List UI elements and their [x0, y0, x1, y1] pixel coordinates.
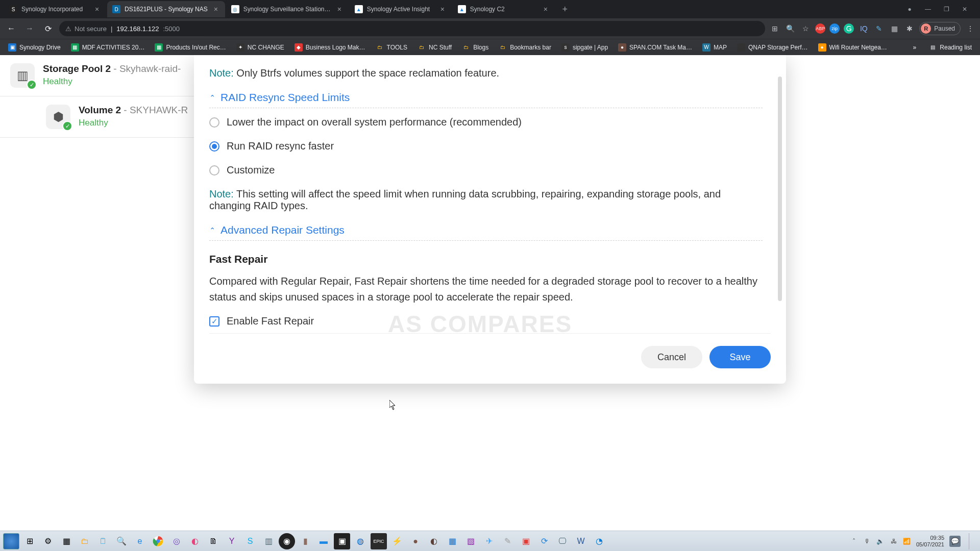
app-icon-10[interactable]: ▦: [444, 533, 460, 549]
reload-button[interactable]: ⟳: [41, 21, 55, 36]
bookmark-business-logo[interactable]: ◆Business Logo Mak…: [290, 41, 370, 54]
tab-synology-inc[interactable]: S Synology Incorporated ×: [4, 1, 106, 17]
document-icon[interactable]: 🗎: [205, 533, 222, 549]
yahoo-icon[interactable]: Y: [224, 533, 240, 549]
extension-zip-icon[interactable]: zip: [829, 23, 840, 34]
new-tab-button[interactable]: +: [558, 2, 572, 16]
bookmark-star-icon[interactable]: ☆: [800, 23, 811, 34]
file-explorer-icon[interactable]: 🗀: [77, 533, 93, 549]
extension-iq-icon[interactable]: IQ: [858, 23, 869, 34]
maximize-button[interactable]: ❐: [941, 6, 951, 13]
account-dot-icon[interactable]: ●: [904, 6, 915, 13]
volume-icon[interactable]: 🔈: [876, 537, 885, 545]
calculator-icon[interactable]: ▦: [58, 533, 75, 549]
extensions-puzzle-icon[interactable]: ✱: [904, 23, 915, 34]
app-icon-15[interactable]: ⟳: [536, 533, 552, 549]
app-icon-7[interactable]: ⚡: [389, 533, 405, 549]
bookmark-qnap-storage[interactable]: QNAP Storage Perf…: [733, 41, 812, 54]
app-icon-1[interactable]: ◎: [168, 533, 185, 549]
zoom-icon[interactable]: 🔍: [785, 23, 796, 34]
back-button[interactable]: ←: [4, 21, 18, 36]
system-clock[interactable]: 09:35 05/07/2021: [916, 535, 944, 547]
network-icon[interactable]: 🖧: [890, 537, 898, 545]
radio-run-faster[interactable]: Run RAID resync faster: [209, 140, 763, 152]
tray-expand-icon[interactable]: ˄: [850, 537, 858, 545]
close-tab-icon[interactable]: ×: [335, 5, 344, 13]
radio-customize[interactable]: Customize: [209, 164, 763, 176]
bookmarks-overflow[interactable]: »: [909, 42, 921, 53]
app-icon-6[interactable]: ◍: [352, 533, 369, 549]
notes-icon[interactable]: 🗒: [95, 533, 111, 549]
microphone-icon[interactable]: 🎙: [863, 537, 871, 545]
bookmark-tools-folder[interactable]: 🗀TOOLS: [372, 41, 411, 54]
save-button[interactable]: Save: [709, 346, 771, 368]
app-icon-11[interactable]: ▧: [462, 533, 479, 549]
extension-grid-icon[interactable]: ▦: [889, 23, 900, 34]
raid-resync-section-toggle[interactable]: ⌄ RAID Resync Speed Limits: [209, 91, 763, 108]
terminal-icon[interactable]: ▣: [334, 533, 350, 549]
show-desktop-button[interactable]: [969, 533, 974, 549]
ie-icon[interactable]: e: [132, 533, 148, 549]
app-icon-2[interactable]: ◐: [187, 533, 203, 549]
obs-icon[interactable]: ◉: [279, 533, 295, 549]
close-tab-icon[interactable]: ×: [438, 5, 447, 13]
tab-c2[interactable]: ▲ Synology C2 ×: [453, 1, 555, 17]
not-secure-warning[interactable]: ⚠ Not secure: [65, 25, 107, 33]
edge-icon[interactable]: ◔: [591, 533, 607, 549]
translate-icon[interactable]: ⊞: [769, 23, 780, 34]
chrome-icon[interactable]: [150, 533, 166, 549]
app-icon-14[interactable]: ▣: [518, 533, 534, 549]
app-icon-9[interactable]: ◐: [426, 533, 442, 549]
bookmark-bookmarks-bar-folder[interactable]: 🗀Bookmarks bar: [495, 41, 555, 54]
extension-abp-icon[interactable]: ABP: [815, 23, 825, 34]
close-tab-icon[interactable]: ×: [212, 5, 220, 13]
app-icon-4[interactable]: ▮: [297, 533, 313, 549]
wifi-icon[interactable]: 📶: [903, 537, 911, 545]
action-center-icon[interactable]: 💬: [949, 536, 961, 547]
epic-icon[interactable]: EPIC: [371, 533, 387, 549]
bookmark-map[interactable]: WMAP: [698, 41, 731, 54]
bookmark-mdf-activities[interactable]: ▦MDF ACTIVITIES 20…: [67, 41, 149, 54]
bookmark-nc-change[interactable]: ✦NC CHANGE: [232, 41, 288, 54]
dialog-scrollbar[interactable]: [778, 61, 782, 347]
app-icon-12[interactable]: ✈: [481, 533, 497, 549]
app-icon-16[interactable]: 🖵: [554, 533, 571, 549]
word-icon[interactable]: W: [573, 533, 589, 549]
skype-icon[interactable]: S: [242, 533, 258, 549]
tab-active-insight[interactable]: ▲ Synology Active Insight ×: [350, 1, 452, 17]
app-icon-13[interactable]: ✎: [499, 533, 516, 549]
close-tab-icon[interactable]: ×: [542, 5, 550, 13]
cancel-button[interactable]: Cancel: [641, 346, 702, 368]
reading-list-button[interactable]: ▤Reading list: [924, 41, 976, 54]
bookmark-nc-stuff-folder[interactable]: 🗀NC Stuff: [413, 41, 456, 54]
tab-dsm-active[interactable]: D DS1621PLUS - Synology NAS ×: [107, 1, 225, 17]
profile-button[interactable]: R Paused: [919, 22, 961, 35]
app-icon-8[interactable]: ●: [407, 533, 424, 549]
extension-feather-icon[interactable]: ✎: [873, 23, 885, 34]
settings-gear-icon[interactable]: ⚙: [40, 533, 56, 549]
bookmark-wifi-router[interactable]: ●Wifi Router Netgea…: [814, 41, 891, 54]
start-button[interactable]: [3, 533, 19, 549]
enable-fast-repair-checkbox[interactable]: ✓ Enable Fast Repair: [209, 315, 763, 327]
close-window-button[interactable]: ✕: [960, 6, 970, 13]
advanced-repair-section-toggle[interactable]: ⌄ Advanced Repair Settings: [209, 224, 763, 241]
search-icon[interactable]: 🔍: [113, 533, 130, 549]
bookmark-favicon: ▦: [155, 43, 163, 52]
radio-lower-impact[interactable]: Lower the impact on overall system perfo…: [209, 116, 763, 128]
bookmark-synology-drive[interactable]: ▣Synology Drive: [4, 41, 65, 54]
forward-button[interactable]: →: [22, 21, 37, 36]
bookmark-sipgate[interactable]: ssipgate | App: [557, 41, 612, 54]
bookmark-span-task[interactable]: ●SPAN.COM Task Ma…: [614, 41, 696, 54]
app-icon-3[interactable]: ▥: [260, 533, 277, 549]
bookmark-products-inout[interactable]: ▦Products In/out Rec…: [151, 41, 230, 54]
bookmark-blogs-folder[interactable]: 🗀Blogs: [458, 41, 493, 54]
tab-surveillance[interactable]: ◎ Synology Surveillance Station - D ×: [226, 1, 349, 17]
task-view-icon[interactable]: ⊞: [21, 533, 38, 549]
extension-grammarly-icon[interactable]: G: [844, 23, 854, 34]
app-icon-5[interactable]: ▬: [315, 533, 332, 549]
close-tab-icon[interactable]: ×: [93, 5, 101, 13]
scrollbar-thumb[interactable]: [778, 77, 782, 301]
address-bar[interactable]: ⚠ Not secure | 192.168.1.122:5000: [59, 21, 765, 36]
chrome-menu-icon[interactable]: ⋮: [965, 23, 976, 34]
minimize-button[interactable]: —: [923, 6, 933, 13]
